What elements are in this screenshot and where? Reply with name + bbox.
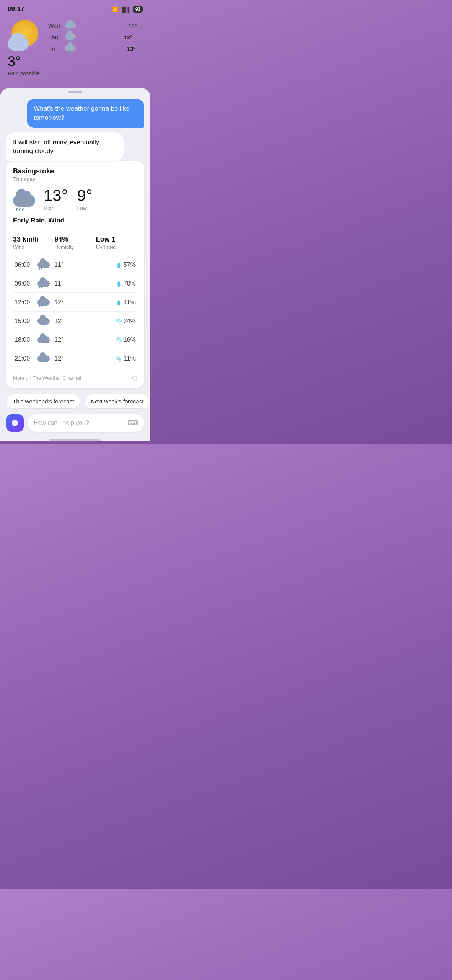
hourly-cloud-icon [37, 279, 51, 289]
card-wind-label: Wind [13, 244, 54, 250]
card-temperatures: 13° High 9° Low [44, 188, 93, 211]
hourly-precip: 💧 70% [115, 280, 136, 287]
card-humidity-stat: 94% Humidity [54, 235, 96, 250]
hourly-temp: 12° [54, 299, 73, 306]
drop-icon: 🫧 [115, 318, 122, 324]
weather-left: 3° Rain possible [8, 20, 42, 77]
status-bar: 09:17 📶 ▐▌▌ 93 [0, 0, 150, 16]
input-placeholder: How can I help you? [34, 420, 89, 426]
card-low-label: Low [77, 205, 87, 211]
rain-drops-icon [16, 208, 23, 211]
chip-next-week-forecast[interactable]: Next week's forecast [84, 394, 150, 409]
card-humidity-value: 94% [54, 235, 96, 243]
forecast-day-label: Wed [48, 23, 62, 29]
hourly-temp: 11° [54, 261, 73, 268]
hourly-precip: 🫧 24% [115, 318, 136, 325]
drop-icon: 🫧 [115, 356, 122, 362]
forecast-day-label: Thu [48, 34, 62, 41]
weather-detail-card: Basingstoke Thursday 13° High 9° Low [6, 161, 144, 388]
hourly-time: 06:00 [15, 261, 37, 268]
siri-button[interactable] [6, 414, 24, 432]
forecast-row-fri: Fri 13° 8° [48, 44, 143, 53]
forecast-icon-fri [65, 44, 77, 53]
hourly-temp: 12° [54, 318, 73, 325]
card-stats-row: 33 km/h Wind 94% Humidity Low 1 UV Index [13, 235, 137, 250]
card-high-temp: 13° High [44, 188, 68, 211]
input-bar: How can I help you? ⌨ [0, 409, 150, 439]
hourly-time: 21:00 [15, 355, 37, 362]
hourly-time: 18:00 [15, 336, 37, 343]
hourly-time: 15:00 [15, 318, 37, 325]
hourly-precip: 🫧 16% [115, 336, 136, 343]
drop-icon: 💧 [115, 262, 122, 268]
forecast-day-label: Fri [48, 46, 62, 52]
drop-icon: 🫧 [115, 337, 122, 343]
card-uv-label: UV Index [96, 244, 137, 250]
hourly-temp: 11° [54, 280, 73, 287]
card-wind-stat: 33 km/h Wind [13, 235, 54, 250]
hourly-row-1500: 15:00 12° 🫧 24% [13, 312, 137, 330]
forecast-icon-thu [65, 33, 77, 41]
forecast-temps-wed: 11°7° [128, 23, 143, 29]
mini-forecast-list: Wed 11°7° Thu 13° 11° [48, 20, 143, 53]
sheet-handle [68, 91, 82, 93]
hourly-row-2100: 21:00 12° 🫧 11% [13, 350, 137, 368]
external-link-icon[interactable]: ⬡ [132, 374, 137, 382]
forecast-row-thu: Thu 13° 11° [48, 33, 143, 41]
hourly-cloud-icon [37, 260, 51, 270]
suggestion-chips-row: This weekend's forecast Next week's fore… [0, 388, 150, 409]
hourly-temp: 12° [54, 336, 73, 343]
drop-icon: 💧 [115, 281, 122, 287]
card-main-section: 13° High 9° Low [13, 188, 137, 211]
card-uv-value: Low 1 [96, 235, 137, 243]
cloud-partly-icon [8, 37, 29, 51]
hourly-temp: 12° [54, 355, 73, 362]
drop-icon: 💧 [115, 299, 122, 305]
battery-indicator: 93 [133, 6, 143, 13]
home-indicator [50, 439, 101, 441]
hourly-precip: 🫧 11% [115, 355, 136, 362]
hourly-row-1800: 18:00 12° 🫧 16% [13, 331, 137, 349]
card-low-value: 9° [77, 188, 93, 204]
current-temperature: 3° [8, 54, 21, 70]
weather-widget: 3° Rain possible Wed 11°7° Thu [0, 16, 150, 84]
card-uv-stat: Low 1 UV Index [96, 235, 137, 250]
hourly-row-1200: 12:00 12° 💧 41% [13, 294, 137, 312]
hourly-cloud-icon [37, 297, 51, 307]
chat-messages: What's the weather gonna be like tomorro… [0, 99, 150, 161]
hourly-row-0900: 09:00 11° 💧 70% [13, 275, 137, 293]
text-input-area[interactable]: How can I help you? ⌨ [28, 414, 144, 432]
keyboard-icon[interactable]: ⌨ [128, 419, 138, 427]
card-wind-value: 33 km/h [13, 235, 54, 243]
hourly-precip: 💧 57% [115, 261, 136, 268]
hourly-time: 09:00 [15, 280, 37, 287]
wifi-icon: 📶 [112, 6, 119, 12]
chat-sheet: What's the weather gonna be like tomorro… [0, 88, 150, 441]
card-footer: More on The Weather Channel ⬡ [13, 369, 137, 382]
status-icons: 📶 ▐▌▌ 93 [112, 6, 143, 13]
rainy-cloud-icon [13, 194, 35, 207]
hourly-row-0600: 06:00 11° 💧 57% [13, 256, 137, 274]
hourly-precip: 💧 41% [115, 299, 136, 306]
assistant-message-bubble: It will start off rainy, eventually turn… [6, 132, 124, 162]
siri-icon [12, 420, 18, 426]
hourly-cloud-icon [37, 335, 51, 345]
user-message-bubble: What's the weather gonna be like tomorro… [27, 99, 144, 128]
weather-sun-container [8, 20, 42, 51]
forecast-temps-thu: 13° 11° [124, 34, 143, 41]
hourly-cloud-icon [37, 316, 51, 326]
card-humidity-label: Humidity [54, 244, 96, 250]
status-time: 09:17 [8, 5, 24, 13]
card-location: Basingstoke [13, 167, 137, 175]
card-day: Thursday [13, 176, 137, 182]
forecast-icon-wed [65, 21, 77, 30]
card-condition: Early Rain, Wind [13, 217, 137, 230]
card-high-label: High [44, 205, 55, 211]
forecast-temps-fri: 13° 8° [127, 46, 143, 52]
hourly-cloud-icon [37, 354, 51, 364]
forecast-row-wed: Wed 11°7° [48, 21, 143, 30]
card-footer-link-text: More on The Weather Channel [13, 375, 81, 381]
card-high-value: 13° [44, 188, 68, 204]
card-low-temp: 9° Low [77, 188, 93, 211]
chip-weekend-forecast[interactable]: This weekend's forecast [6, 394, 80, 409]
